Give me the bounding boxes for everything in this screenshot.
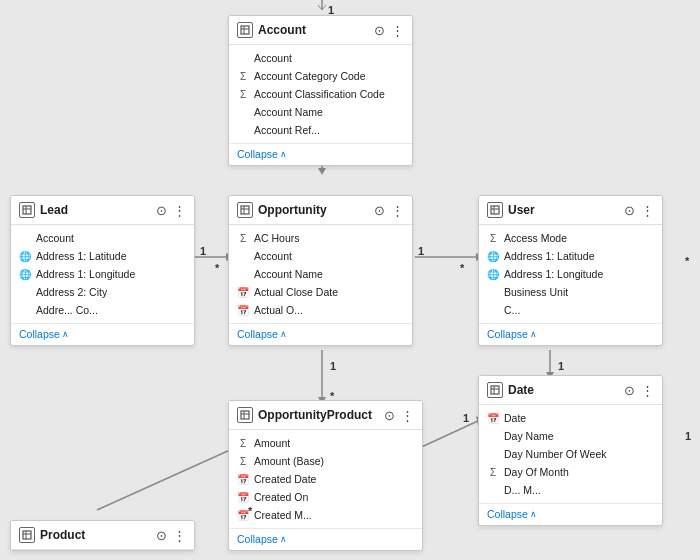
date-field-5: D... M...	[479, 481, 662, 499]
lead-collapse-label: Collapse	[19, 328, 60, 340]
lead-collapse-chevron: ∧	[62, 329, 69, 339]
date-field-1: 📅 Date	[479, 409, 662, 427]
date-menu-icon[interactable]: ⋮	[641, 383, 654, 398]
cardinality-1-opp-user: 1	[418, 245, 424, 257]
field-label: Actual Close Date	[254, 286, 338, 298]
sigma-icon: Σ	[237, 89, 249, 100]
account-eye-icon[interactable]: ⊙	[374, 23, 385, 38]
cardinality-1-lead-opp: 1	[200, 245, 206, 257]
lead-collapse-btn[interactable]: Collapse ∧	[19, 328, 186, 340]
field-label: Actual O...	[254, 304, 303, 316]
field-label: Created Date	[254, 473, 316, 485]
account-collapse-btn[interactable]: Collapse ∧	[237, 148, 404, 160]
field-label: Addre... Co...	[36, 304, 98, 316]
date-footer: Collapse ∧	[479, 503, 662, 525]
date-entity-icon	[487, 382, 503, 398]
product-eye-icon[interactable]: ⊙	[156, 528, 167, 543]
date-header-actions[interactable]: ⊙ ⋮	[624, 383, 654, 398]
oppproduct-field-2: Σ Amount (Base)	[229, 452, 422, 470]
user-body: Σ Access Mode 🌐 Address 1: Latitude 🌐 Ad…	[479, 225, 662, 323]
user-header-actions[interactable]: ⊙ ⋮	[624, 203, 654, 218]
lead-menu-icon[interactable]: ⋮	[173, 203, 186, 218]
cardinality-1-opp-oppproduct: 1	[330, 360, 336, 372]
oppproduct-collapse-label: Collapse	[237, 533, 278, 545]
field-label: C...	[504, 304, 520, 316]
oppproduct-field-4: 📅 Created On	[229, 488, 422, 506]
calendar-icon: 📅	[237, 287, 249, 298]
svg-rect-33	[491, 386, 499, 394]
user-collapse-label: Collapse	[487, 328, 528, 340]
sigma-icon: Σ	[237, 438, 249, 449]
lead-title-group: Lead	[19, 202, 68, 218]
field-label: Account	[254, 250, 292, 262]
opp-field-5: 📅 Actual O...	[229, 301, 412, 319]
opportunity-header-actions[interactable]: ⊙ ⋮	[374, 203, 404, 218]
account-field-4: Account Name	[229, 103, 412, 121]
user-entity-icon	[487, 202, 503, 218]
cardinality-right-edge: *	[685, 255, 689, 267]
field-label: Day Name	[504, 430, 554, 442]
user-menu-icon[interactable]: ⋮	[641, 203, 654, 218]
svg-line-10	[415, 420, 480, 450]
user-field-2: 🌐 Address 1: Latitude	[479, 247, 662, 265]
date-header: Date ⊙ ⋮	[479, 376, 662, 405]
svg-line-14	[97, 450, 230, 510]
field-label: Business Unit	[504, 286, 568, 298]
opportunity-collapse-btn[interactable]: Collapse ∧	[237, 328, 404, 340]
lead-field-5: Addre... Co...	[11, 301, 194, 319]
oppproduct-menu-icon[interactable]: ⋮	[401, 408, 414, 423]
account-title: Account	[258, 23, 306, 37]
user-title: User	[508, 203, 535, 217]
opportunityproduct-card: OpportunityProduct ⊙ ⋮ Σ Amount Σ Amount…	[228, 400, 423, 551]
oppproduct-entity-icon	[237, 407, 253, 423]
user-field-1: Σ Access Mode	[479, 229, 662, 247]
opportunity-eye-icon[interactable]: ⊙	[374, 203, 385, 218]
lead-eye-icon[interactable]: ⊙	[156, 203, 167, 218]
field-label: Account Category Code	[254, 70, 365, 82]
opportunity-card: Opportunity ⊙ ⋮ Σ AC Hours Account Accou…	[228, 195, 413, 346]
user-card: User ⊙ ⋮ Σ Access Mode 🌐 Address 1: Lati…	[478, 195, 663, 346]
calendar-icon: 📅	[237, 305, 249, 316]
account-header-actions[interactable]: ⊙ ⋮	[374, 23, 404, 38]
svg-rect-21	[23, 206, 31, 214]
product-title: Product	[40, 528, 85, 542]
opportunity-menu-icon[interactable]: ⋮	[391, 203, 404, 218]
product-header: Product ⊙ ⋮	[11, 521, 194, 550]
user-header: User ⊙ ⋮	[479, 196, 662, 225]
lead-body: Account 🌐 Address 1: Latitude 🌐 Address …	[11, 225, 194, 323]
user-eye-icon[interactable]: ⊙	[624, 203, 635, 218]
oppproduct-field-5: 📅 Created M...	[229, 506, 422, 524]
account-field-1: Account	[229, 49, 412, 67]
field-label: Account Ref...	[254, 124, 320, 136]
product-menu-icon[interactable]: ⋮	[173, 528, 186, 543]
field-label: Address 2: City	[36, 286, 107, 298]
oppproduct-collapse-btn[interactable]: Collapse ∧	[237, 533, 414, 545]
svg-line-17	[322, 5, 326, 10]
svg-rect-27	[491, 206, 499, 214]
account-header: Account ⊙ ⋮	[229, 16, 412, 45]
opportunity-collapse-chevron: ∧	[280, 329, 287, 339]
product-header-actions[interactable]: ⊙ ⋮	[156, 528, 186, 543]
date-collapse-btn[interactable]: Collapse ∧	[487, 508, 654, 520]
account-card: Account ⊙ ⋮ Account Σ Account Category C…	[228, 15, 413, 166]
field-label: Amount (Base)	[254, 455, 324, 467]
field-label: Account Classification Code	[254, 88, 385, 100]
user-footer: Collapse ∧	[479, 323, 662, 345]
lead-header-actions[interactable]: ⊙ ⋮	[156, 203, 186, 218]
date-collapse-chevron: ∧	[530, 509, 537, 519]
field-label: Address 1: Longitude	[36, 268, 135, 280]
date-eye-icon[interactable]: ⊙	[624, 383, 635, 398]
opportunity-title-group: Opportunity	[237, 202, 327, 218]
opportunity-header: Opportunity ⊙ ⋮	[229, 196, 412, 225]
account-menu-icon[interactable]: ⋮	[391, 23, 404, 38]
sigma-icon: Σ	[487, 467, 499, 478]
oppproduct-header-actions[interactable]: ⊙ ⋮	[384, 408, 414, 423]
date-title-group: Date	[487, 382, 534, 398]
lead-field-4: Address 2: City	[11, 283, 194, 301]
field-label: D... M...	[504, 484, 541, 496]
field-label: Date	[504, 412, 526, 424]
opportunity-title: Opportunity	[258, 203, 327, 217]
user-collapse-btn[interactable]: Collapse ∧	[487, 328, 654, 340]
oppproduct-eye-icon[interactable]: ⊙	[384, 408, 395, 423]
cardinality-many-lead-opp: *	[215, 262, 219, 274]
